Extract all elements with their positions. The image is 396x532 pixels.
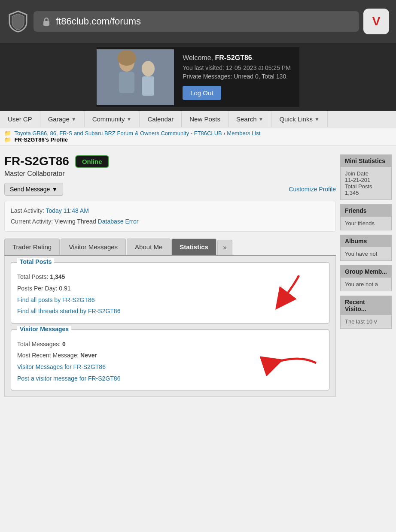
breadcrumb-home-link[interactable]: Toyota GR86, 86, FR-S and Subaru BRZ For…	[14, 130, 222, 136]
browser-chrome: ft86club.com/forums V	[0, 0, 396, 43]
tab-about-me[interactable]: About Me	[127, 239, 171, 255]
nav-item-community[interactable]: Community ▼	[85, 111, 140, 127]
customize-profile-link[interactable]: Customize Profile	[289, 186, 336, 193]
nav-item-usercp[interactable]: User CP	[0, 111, 40, 127]
friends-title: Friends	[341, 205, 391, 217]
visitor-messages-title: Visitor Messages	[17, 326, 71, 332]
total-posts-label: Total Posts:	[17, 273, 48, 280]
albums-text: You have not	[341, 247, 391, 260]
nav-item-calendar[interactable]: Calendar	[140, 111, 182, 127]
join-date-value: 11-21-201	[345, 177, 387, 183]
tab-trader-rating[interactable]: Trader Rating	[4, 239, 60, 255]
visitor-messages-stats-section: Visitor Messages Total Messages: 0 Most …	[11, 329, 329, 390]
breadcrumb: 📁 Toyota GR86, 86, FR-S and Subaru BRZ F…	[0, 127, 396, 146]
chevron-down-icon: ▼	[314, 116, 320, 122]
welcome-username: FR-S2GT86	[215, 54, 252, 61]
profile-username: FR-S2GT86	[4, 154, 69, 168]
vivaldi-icon: V	[363, 9, 389, 34]
chevron-down-icon: ▼	[258, 116, 263, 122]
online-badge: Online	[75, 155, 109, 168]
mini-stats-title: Mini Statistics	[341, 155, 391, 167]
total-posts-title: Total Posts	[17, 258, 54, 265]
welcome-banner: Welcome, FR-S2GT86. You last visited: 12…	[97, 47, 299, 107]
nav-item-new-posts[interactable]: New Posts	[182, 111, 228, 127]
most-recent-label: Most Recent Message:	[17, 352, 79, 359]
breadcrumb-members-link[interactable]: Members List	[227, 130, 260, 136]
shield-icon	[7, 10, 29, 33]
recent-visitors-panel: Recent Visito... The last 10 v	[340, 296, 392, 329]
svg-point-5	[142, 61, 155, 76]
chevron-down-icon: ▼	[71, 116, 76, 122]
activity-box: Last Activity: Today 11:48 AM Current Ac…	[4, 201, 336, 232]
total-posts-value: 1,345	[50, 273, 65, 280]
statistics-panel: Total Posts Total Posts: 1,345 Posts Per…	[4, 256, 336, 397]
breadcrumb-current: FR-S2GT86's Profile	[15, 136, 68, 143]
find-all-threads-link[interactable]: Find all threads started by FR-S2GT86	[17, 305, 323, 317]
banner-image	[97, 49, 174, 105]
svg-rect-6	[142, 76, 154, 96]
albums-panel: Albums You have not	[340, 235, 392, 261]
tab-more[interactable]: »	[217, 240, 232, 255]
lock-icon	[40, 15, 52, 27]
logout-button[interactable]: Log Out	[183, 86, 221, 100]
dropdown-arrow-icon: ▼	[52, 186, 58, 193]
svg-rect-0	[43, 21, 49, 26]
mini-stats-panel: Mini Statistics Join Date 11-21-201 Tota…	[340, 154, 392, 200]
sidebar-total-posts-value: 1,345	[345, 190, 387, 196]
post-visitor-link[interactable]: Post a visitor message for FR-S2GT86	[17, 373, 323, 384]
last-visited-text: You last visited: 12-05-2023 at 05:25 PM	[183, 64, 291, 71]
welcome-greeting: Welcome,	[183, 54, 215, 61]
visitor-messages-link[interactable]: Visitor Messages for FR-S2GT86	[17, 361, 323, 373]
find-all-posts-link[interactable]: Find all posts by FR-S2GT86	[17, 294, 323, 306]
profile-header: FR-S2GT86 Online Master Collaborator Sen…	[4, 154, 336, 232]
main-wrapper: FR-S2GT86 Online Master Collaborator Sen…	[0, 146, 396, 405]
nav-item-search[interactable]: Search ▼	[228, 111, 271, 127]
svg-rect-3	[119, 72, 134, 93]
welcome-text-area: Welcome, FR-S2GT86. You last visited: 12…	[174, 47, 299, 107]
posts-per-day-label: Posts Per Day:	[17, 285, 57, 292]
friends-text: Your friends	[341, 217, 391, 230]
database-error-link[interactable]: Database Error	[98, 218, 139, 225]
most-recent-value: Never	[80, 352, 97, 359]
total-posts-section: Total Posts Total Posts: 1,345 Posts Per…	[11, 262, 329, 323]
breadcrumb-sub-icon: 📁	[4, 136, 11, 143]
profile-title: Master Collaborator	[4, 170, 336, 178]
tab-statistics[interactable]: Statistics	[171, 239, 216, 255]
friends-panel: Friends Your friends	[340, 204, 392, 230]
send-message-button[interactable]: Send Message ▼	[4, 183, 63, 196]
main-content: FR-S2GT86 Online Master Collaborator Sen…	[4, 154, 336, 397]
breadcrumb-home-icon: 📁	[4, 130, 11, 136]
svg-point-4	[117, 50, 136, 66]
albums-title: Albums	[341, 235, 391, 247]
total-messages-label: Total Messages:	[17, 341, 61, 348]
group-members-panel: Group Memb... You are not a	[340, 265, 392, 291]
posts-per-day-value: 0.91	[59, 285, 70, 292]
chevron-down-icon: ▼	[126, 116, 131, 122]
nav-item-garage[interactable]: Garage ▼	[40, 111, 85, 127]
nav-item-quick-links[interactable]: Quick Links ▼	[271, 111, 327, 127]
group-members-title: Group Memb...	[341, 266, 391, 278]
recent-visitors-title: Recent Visito...	[341, 296, 391, 315]
sidebar-total-posts-label: Total Posts	[345, 183, 387, 190]
total-messages-value: 0	[62, 341, 66, 348]
nav-bar: User CP Garage ▼ Community ▼ Calendar Ne…	[0, 111, 396, 127]
tab-visitor-messages[interactable]: Visitor Messages	[61, 239, 126, 255]
group-members-text: You are not a	[341, 278, 391, 291]
join-date-label: Join Date	[345, 170, 387, 177]
private-messages-text: Private Messages: Unread 0, Total 130.	[183, 73, 291, 80]
url-text: ft86club.com/forums	[56, 16, 141, 27]
sidebar: Mini Statistics Join Date 11-21-201 Tota…	[340, 154, 392, 397]
address-bar[interactable]: ft86club.com/forums	[34, 11, 359, 32]
profile-tabs: Trader Rating Visitor Messages About Me …	[4, 239, 336, 256]
recent-visitors-text: The last 10 v	[341, 315, 391, 328]
